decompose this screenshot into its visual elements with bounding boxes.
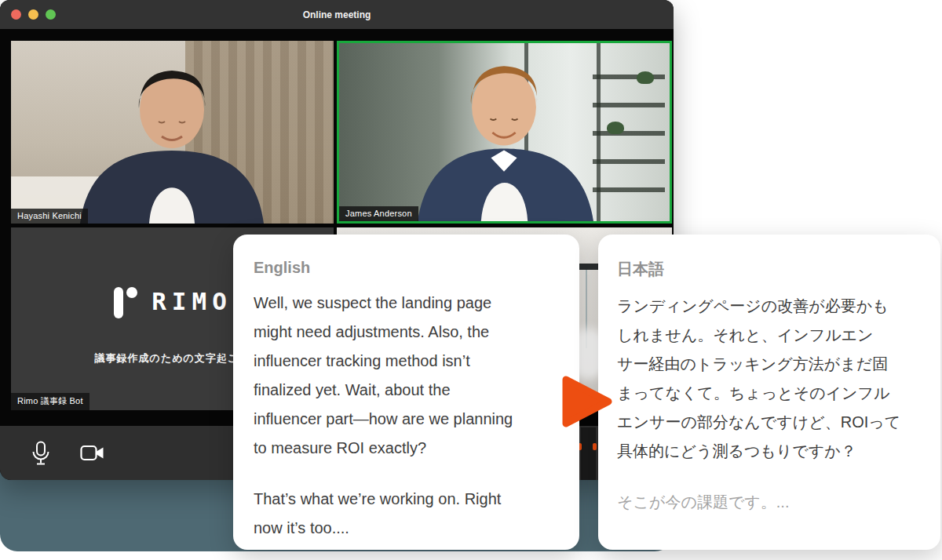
participant-name-label: James Anderson (339, 206, 418, 221)
camera-icon (80, 444, 105, 463)
participant-name-label: Hayashi Kenichi (11, 209, 88, 224)
microphone-icon (31, 441, 51, 466)
mic-button[interactable] (24, 436, 58, 471)
translate-arrow-icon (560, 374, 614, 429)
transcript-english-p2: That’s what we’re working on. Right now … (254, 485, 559, 543)
transcript-english-p1: Well, we suspect the landing page might … (254, 289, 559, 463)
card-title-english: English (254, 259, 559, 277)
window-title: Online meeting (0, 9, 674, 20)
participant-photo-hayashi (11, 41, 334, 224)
marketing-composition: Online meeting Hayashi Kenichi (0, 0, 942, 560)
translation-card-english: English Well, we suspect the landing pag… (233, 235, 579, 550)
camera-button[interactable] (75, 436, 110, 471)
rimo-logo-text: RIMO (152, 287, 232, 315)
card-title-japanese: 日本語 (617, 259, 922, 280)
hidden-video-sliver (581, 427, 596, 480)
transcript-japanese-p2: そこが今の課題です。... (617, 488, 922, 517)
orange-accent-dot (593, 443, 597, 450)
rimo-logo-icon (112, 284, 139, 318)
video-tile-hayashi[interactable]: Hayashi Kenichi (11, 41, 334, 224)
translation-card-japanese: 日本語 ランディングページの改善が必要かも しれません。それと、インフルエン サ… (598, 235, 940, 550)
participant-photo-james (339, 43, 670, 221)
participant-name-label: Rimo 議事録 Bot (11, 393, 89, 410)
transcript-japanese-p1: ランディングページの改善が必要かも しれません。それと、インフルエン サー経由の… (617, 292, 922, 466)
window-titlebar[interactable]: Online meeting (0, 0, 674, 29)
video-tile-james-active[interactable]: James Anderson (337, 41, 672, 224)
